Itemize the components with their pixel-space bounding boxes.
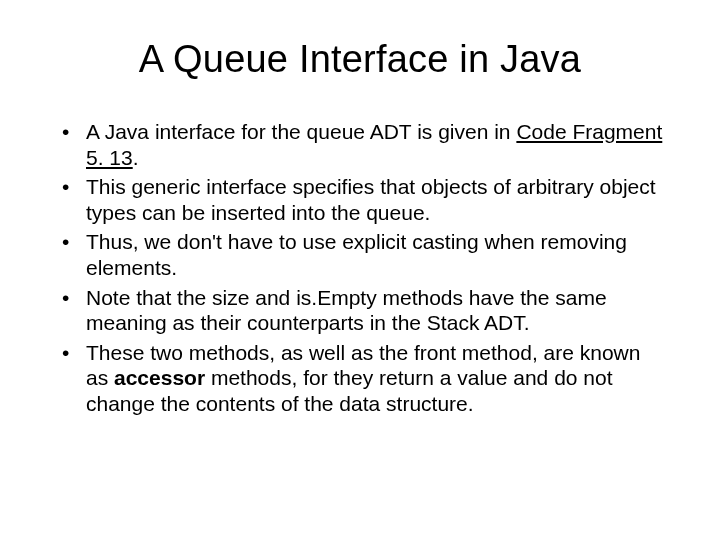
list-item: This generic interface specifies that ob… xyxy=(62,174,668,225)
list-item: Thus, we don't have to use explicit cast… xyxy=(62,229,668,280)
bullet-list: A Java interface for the queue ADT is gi… xyxy=(52,119,668,417)
bold-text: accessor xyxy=(114,366,205,389)
slide-title: A Queue Interface in Java xyxy=(52,38,668,81)
slide: A Queue Interface in Java A Java interfa… xyxy=(0,0,720,540)
text-span: Thus, we don't have to use explicit cast… xyxy=(86,230,627,279)
list-item: A Java interface for the queue ADT is gi… xyxy=(62,119,668,170)
list-item: Note that the size and is.Empty methods … xyxy=(62,285,668,336)
text-span: This generic interface specifies that ob… xyxy=(86,175,656,224)
text-span: Note that the size and is.Empty methods … xyxy=(86,286,607,335)
list-item: These two methods, as well as the front … xyxy=(62,340,668,417)
text-span: A Java interface for the queue ADT is gi… xyxy=(86,120,516,143)
text-span: . xyxy=(133,146,139,169)
